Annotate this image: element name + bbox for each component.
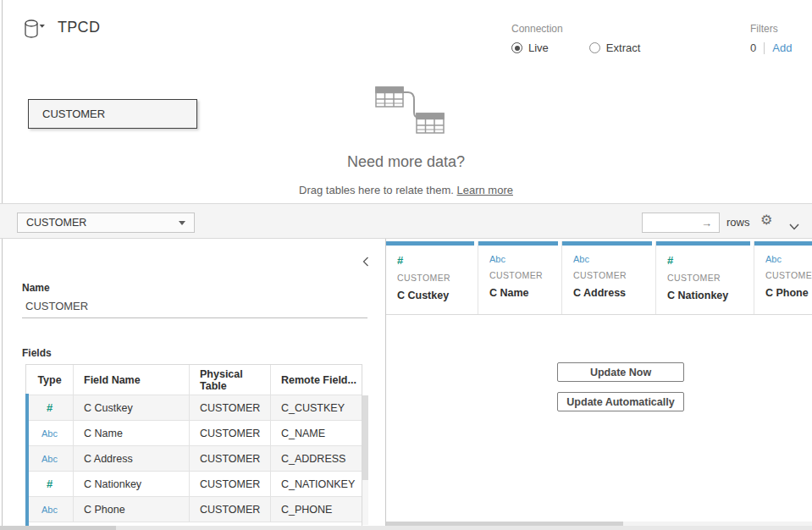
empty-state-title: Need more data? [0,153,812,171]
fields-table-scrollbar-thumb[interactable] [362,395,368,480]
table-selector-dropdown[interactable]: CUSTOMER [17,213,195,233]
string-type-icon: Abc [765,254,812,264]
rows-count-input[interactable]: → [642,213,720,233]
collapse-panel-icon[interactable] [362,255,369,270]
column-header-physical-table[interactable]: Physical Table [189,365,270,395]
fields-table: Type Field Name Physical Table Remote Fi… [25,364,362,527]
table-selection-accent-bar [25,394,29,527]
number-type-icon: # [397,254,478,267]
data-preview-grid: # CUSTOMER C Custkey Abc CUSTOMER C Name… [386,239,812,530]
filters-count: 0 [750,41,756,54]
table-row[interactable]: Abc C Phone CUSTOMER C_PHONE [26,496,362,522]
radio-selected-icon[interactable] [511,42,522,53]
fields-table-header: Type Field Name Physical Table Remote Fi… [26,365,362,395]
bottom-scrollbar-track[interactable] [0,526,812,530]
update-now-button[interactable]: Update Now [557,362,684,382]
divider [22,317,367,318]
filters-label: Filters [750,23,792,35]
table-row[interactable]: # C Nationkey CUSTOMER C_NATIONKEY [26,471,362,496]
column-accent-bar [386,241,474,246]
arrow-right-icon: → [701,217,712,229]
datasource-menu-button[interactable] [24,19,49,41]
update-automatically-button[interactable]: Update Automatically [557,392,684,411]
gear-icon[interactable]: ⚙ [760,213,772,227]
string-type-icon[interactable]: Abc [26,454,73,464]
column-header-type[interactable]: Type [26,374,73,386]
preview-toolbar: CUSTOMER → rows ⚙ [0,204,812,239]
name-value-input[interactable]: CUSTOMER [25,300,88,312]
radio-live[interactable]: Live [511,41,549,54]
divider [386,314,812,315]
radio-extract[interactable]: Extract [589,41,640,54]
datasource-title[interactable]: TPCD [58,19,100,36]
left-pane-edge [2,0,3,530]
string-type-icon[interactable]: Abc [26,428,73,439]
database-icon [24,19,49,41]
number-type-icon: # [667,254,754,267]
string-type-icon: Abc [489,254,561,264]
column-accent-bar [478,241,558,246]
column-header-remote-field[interactable]: Remote Field... [270,365,363,395]
filters-section: Filters 0 Add [750,23,792,54]
grid-column-c-phone[interactable]: Abc CUSTOMER C Phone [754,241,812,314]
number-type-icon[interactable]: # [26,478,73,490]
string-type-icon: Abc [573,254,655,264]
empty-state-subtext: Drag tables here to relate them. Learn m… [0,184,812,196]
rows-label: rows [726,216,749,229]
caret-down-icon [179,221,185,225]
chevron-down-icon[interactable] [789,218,799,234]
learn-more-link[interactable]: Learn more [456,184,512,196]
column-accent-bar [562,241,652,246]
string-type-icon[interactable]: Abc [26,505,73,515]
grid-column-c-name[interactable]: Abc CUSTOMER C Name [478,241,562,314]
canvas-table-customer[interactable]: CUSTOMER [28,99,197,129]
tableau-datasource-page: TPCD Connection Live Extract Filters 0 A… [0,0,812,530]
connection-label: Connection [511,23,681,35]
radio-unselected-icon[interactable] [589,42,600,53]
fields-label: Fields [22,347,52,359]
table-row[interactable]: # C Custkey CUSTOMER C_CUSTKEY [26,395,362,420]
filters-add-link[interactable]: Add [772,41,792,54]
relate-tables-illustration [371,81,449,142]
column-header-field-name[interactable]: Field Name [73,365,189,395]
grid-column-c-custkey[interactable]: # CUSTOMER C Custkey [386,241,478,314]
grid-column-c-nationkey[interactable]: # CUSTOMER C Nationkey [656,241,754,314]
caret-down-icon [40,25,45,28]
number-type-icon[interactable]: # [26,401,73,414]
name-label: Name [22,282,50,294]
grid-column-c-address[interactable]: Abc CUSTOMER C Address [562,241,656,314]
column-accent-bar [656,241,750,246]
table-row[interactable]: Abc C Name CUSTOMER C_NAME [26,420,362,445]
column-accent-bar [754,241,812,246]
table-row[interactable]: Abc C Address CUSTOMER C_ADDRESS [26,445,362,471]
bottom-scrollbar-thumb[interactable] [0,526,116,530]
divider [764,42,765,54]
connection-section: Connection Live Extract [511,23,681,54]
